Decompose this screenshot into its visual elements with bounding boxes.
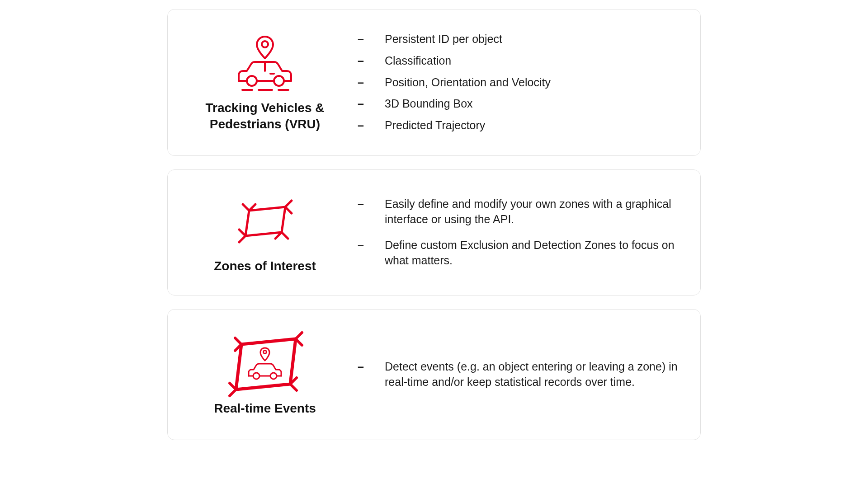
card-title: Tracking Vehicles & Pedestrians (VRU): [190, 100, 340, 133]
svg-point-33: [253, 373, 259, 379]
svg-line-16: [282, 232, 288, 239]
bullet-item: Persistent ID per object: [358, 32, 678, 47]
svg-point-4: [247, 76, 257, 86]
bullet-list: Easily define and modify your own zones …: [358, 197, 678, 268]
card-left: Tracking Vehicles & Pedestrians (VRU): [190, 32, 340, 133]
bullet-item: Define custom Exclusion and Detection Zo…: [358, 238, 678, 268]
bullet-item: Easily define and modify your own zones …: [358, 197, 678, 227]
bullet-list: Persistent ID per object Classification …: [358, 32, 678, 133]
card-right: Easily define and modify your own zones …: [340, 186, 678, 279]
card-right: Persistent ID per object Classification …: [340, 25, 678, 140]
bullet-item: Position, Orientation and Velocity: [358, 75, 678, 90]
card-left: Real-time Events: [190, 333, 340, 417]
svg-point-0: [262, 41, 268, 47]
page: Tracking Vehicles & Pedestrians (VRU) Pe…: [0, 0, 868, 488]
bullet-item: Classification: [358, 53, 678, 69]
svg-point-29: [264, 350, 267, 353]
feature-card-zones: Zones of Interest Easily define and modi…: [167, 169, 701, 296]
bullet-item: 3D Bounding Box: [358, 96, 678, 112]
car-with-pin-icon: [229, 32, 301, 95]
bullet-item: Detect events (e.g. an object entering o…: [358, 359, 678, 390]
zone-crop-icon: [226, 190, 303, 253]
card-title: Zones of Interest: [214, 258, 316, 274]
feature-card-events: Real-time Events Detect events (e.g. an …: [167, 309, 701, 440]
svg-line-12: [243, 204, 249, 211]
svg-line-19: [239, 230, 245, 236]
svg-marker-11: [245, 207, 285, 236]
card-left: Zones of Interest: [190, 190, 340, 274]
svg-line-15: [285, 207, 292, 213]
card-title: Real-time Events: [214, 400, 316, 417]
svg-point-5: [274, 76, 284, 86]
svg-point-34: [270, 373, 277, 379]
bullet-item: Predicted Trajectory: [358, 118, 678, 133]
svg-line-18: [239, 236, 245, 242]
card-right: Detect events (e.g. an object entering o…: [340, 348, 678, 401]
feature-card-tracking: Tracking Vehicles & Pedestrians (VRU) Pe…: [167, 9, 701, 156]
bullet-list: Detect events (e.g. an object entering o…: [358, 359, 678, 390]
svg-line-14: [285, 201, 292, 207]
zone-with-car-icon: [220, 333, 310, 396]
